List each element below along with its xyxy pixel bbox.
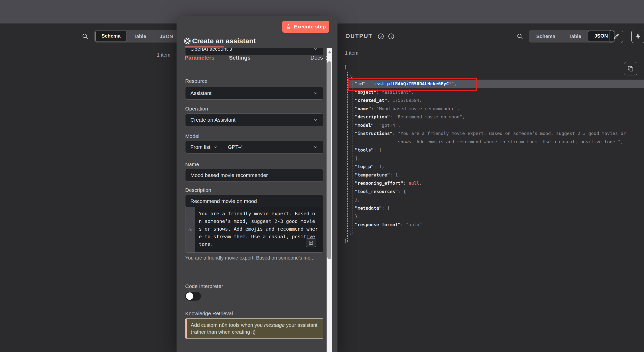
output-tab-table[interactable]: Table <box>562 31 588 41</box>
input-search-icon[interactable] <box>82 33 88 39</box>
description-input[interactable]: Recommend movie on mood <box>185 195 323 208</box>
json-line: }, <box>344 195 644 204</box>
output-item-count: 1 item <box>345 50 358 56</box>
model-mode-select[interactable]: From list <box>185 141 223 154</box>
instructions-text[interactable]: You are a friendly movie expert. Based o… <box>195 207 318 252</box>
json-line: "top_p": 1, <box>344 163 644 171</box>
output-view-tabs: Schema Table JSON <box>529 30 615 42</box>
operation-label: Operation <box>185 106 208 112</box>
success-check-icon <box>377 33 384 40</box>
chevron-down-icon <box>313 145 318 150</box>
node-detail-modal: Create an assistant Execute step Paramet… <box>176 16 338 352</box>
node-title: Create an assistant <box>192 37 256 45</box>
chevron-down-icon <box>313 91 318 96</box>
input-tab-json[interactable]: JSON <box>153 31 179 41</box>
output-search-icon[interactable] <box>516 33 523 39</box>
scroll-up-arrow[interactable] <box>328 51 331 53</box>
openai-logo-icon <box>184 37 192 45</box>
info-icon[interactable] <box>388 33 395 40</box>
execute-step-button[interactable]: Execute step <box>282 21 329 33</box>
instructions-editor[interactable]: fx You are a friendly movie expert. Base… <box>185 207 323 253</box>
code-interpreter-label: Code Interpreter <box>185 283 223 289</box>
chevron-down-icon <box>313 117 318 122</box>
json-line: "metadata": { <box>344 204 644 212</box>
json-indent-guide <box>352 76 353 234</box>
model-label: Model <box>185 133 199 139</box>
json-indent-guide <box>347 72 348 242</box>
json-line: [ <box>344 63 644 71</box>
expression-fx-badge: fx <box>186 207 195 252</box>
code-interpreter-toggle[interactable] <box>185 292 201 301</box>
expand-editor-button[interactable] <box>306 238 316 247</box>
json-line: }, <box>344 212 644 220</box>
model-select[interactable]: GPT-4 <box>223 141 323 154</box>
annotation-highlight-box <box>348 78 477 91</box>
active-tab-indicator <box>185 46 224 47</box>
input-view-tabs: Schema Table JSON <box>94 30 180 42</box>
modal-scrollbar[interactable] <box>326 48 332 352</box>
instructions-preview: You are a friendly movie expert. Based o… <box>185 255 324 261</box>
toggle-knob <box>186 292 193 300</box>
flask-icon <box>286 24 291 29</box>
input-tab-schema[interactable]: Schema <box>95 31 127 42</box>
description-label: Description <box>185 187 211 193</box>
json-line: "tool_resources": { <box>344 187 644 196</box>
json-line: } <box>344 229 644 237</box>
json-line: shows. Add emojis and recommend where to… <box>344 138 644 146</box>
parameters-scroll-area: OpenAI account 3 Resource Assistant Oper… <box>176 48 332 352</box>
json-line: "name": "Mood based movie recommender", <box>344 105 644 113</box>
name-label: Name <box>185 162 199 167</box>
json-line: "reasoning_effort": null, <box>344 179 644 187</box>
name-input[interactable]: Mood based movie recommender <box>185 169 323 182</box>
json-line: "created_at": 1755789594, <box>344 96 644 105</box>
chevron-down-icon <box>313 48 318 51</box>
resource-label: Resource <box>185 78 208 84</box>
n8n-tools-notice: Add custom n8n tools when you message yo… <box>185 318 323 339</box>
scrollbar-thumb[interactable] <box>327 61 331 259</box>
edit-output-button[interactable] <box>610 30 623 43</box>
pin-data-button[interactable] <box>631 30 644 43</box>
json-line: "temperature": 1, <box>344 171 644 179</box>
output-panel-title: OUTPUT <box>346 33 373 39</box>
output-tab-schema[interactable]: Schema <box>530 31 562 41</box>
json-line: ], <box>344 154 644 163</box>
operation-select[interactable]: Create an Assistant <box>185 113 323 126</box>
json-line: "tools": [ <box>344 146 644 154</box>
json-line: ] <box>344 237 644 245</box>
knowledge-retrieval-label: Knowledge Retrieval <box>185 311 233 316</box>
input-tab-table[interactable]: Table <box>127 31 153 41</box>
json-line: "response_format": "auto" <box>344 220 644 229</box>
json-line: "model": "gpt-4", <box>344 121 644 130</box>
resource-select[interactable]: Assistant <box>185 87 323 100</box>
json-line: "instructions": "You are a friendly movi… <box>344 129 644 138</box>
input-item-count: 1 item <box>146 52 170 58</box>
json-line: "description": "Recommend movie on mood"… <box>344 113 644 121</box>
credential-select[interactable]: OpenAI account 3 <box>185 48 323 55</box>
chevron-down-icon <box>214 145 218 149</box>
